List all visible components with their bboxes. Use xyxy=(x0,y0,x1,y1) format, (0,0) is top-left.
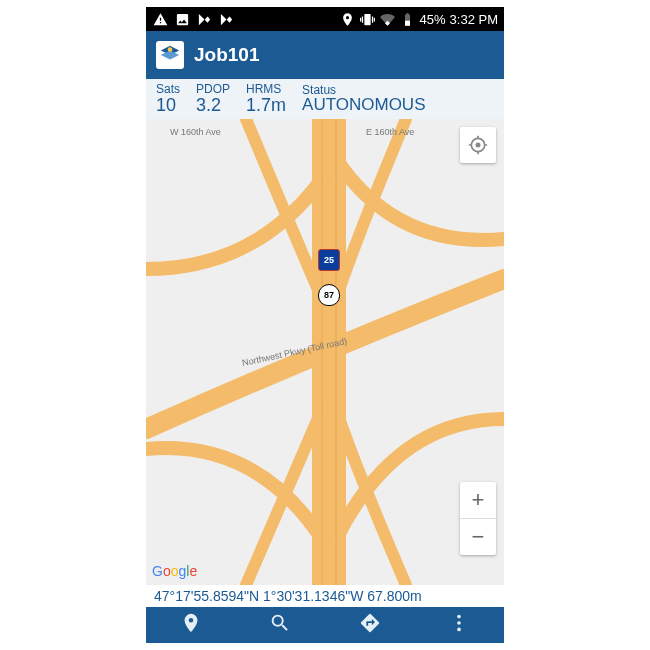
app-bar: Job101 xyxy=(146,31,504,79)
stat-status: Status AUTONOMOUS xyxy=(302,84,425,114)
svg-point-5 xyxy=(457,628,461,632)
svg-point-1 xyxy=(476,143,481,148)
battery-text: 45% xyxy=(420,12,446,27)
nav-search-button[interactable] xyxy=(269,612,291,638)
coordinate-readout: 47°17'55.8594"N 1°30'31.1346"W 67.800m xyxy=(146,585,504,607)
stat-pdop: PDOP 3.2 xyxy=(196,83,230,114)
stat-hrms: HRMS 1.7m xyxy=(246,83,286,114)
battery-icon xyxy=(400,11,416,27)
nav-point-button[interactable] xyxy=(180,612,202,638)
clock-text: 3:32 PM xyxy=(450,12,498,27)
zoom-in-button[interactable]: + xyxy=(460,482,496,519)
android-status-bar: 45% 3:32 PM xyxy=(146,7,504,31)
stat-sats: Sats 10 xyxy=(156,83,180,114)
svg-point-0 xyxy=(168,47,173,52)
warning-icon xyxy=(152,11,168,27)
image-icon xyxy=(174,11,190,27)
app-title: Job101 xyxy=(194,44,259,66)
play-store-icon xyxy=(196,11,212,27)
road-graphic xyxy=(146,119,504,585)
zoom-out-button[interactable]: − xyxy=(460,519,496,555)
svg-point-4 xyxy=(457,621,461,625)
wifi-icon xyxy=(380,11,396,27)
location-icon xyxy=(340,11,356,27)
us-route-shield: 87 xyxy=(318,284,340,306)
zoom-control: + − xyxy=(460,482,496,555)
map-canvas[interactable]: W 160th Ave E 160th Ave Northwest Pkwy (… xyxy=(146,119,504,585)
my-location-button[interactable] xyxy=(460,127,496,163)
bottom-nav xyxy=(146,607,504,643)
interstate-shield: 25 xyxy=(318,249,340,271)
gps-stats-bar: Sats 10 PDOP 3.2 HRMS 1.7m Status AUTONO… xyxy=(146,79,504,119)
nav-more-button[interactable] xyxy=(448,612,470,638)
app-icon xyxy=(156,41,184,69)
play-store-icon xyxy=(218,11,234,27)
vibrate-icon xyxy=(360,11,376,27)
road-label-w160: W 160th Ave xyxy=(170,127,221,137)
nav-directions-button[interactable] xyxy=(359,612,381,638)
google-attribution: Google xyxy=(152,563,197,579)
road-label-e160: E 160th Ave xyxy=(366,127,414,137)
svg-point-3 xyxy=(457,615,461,619)
